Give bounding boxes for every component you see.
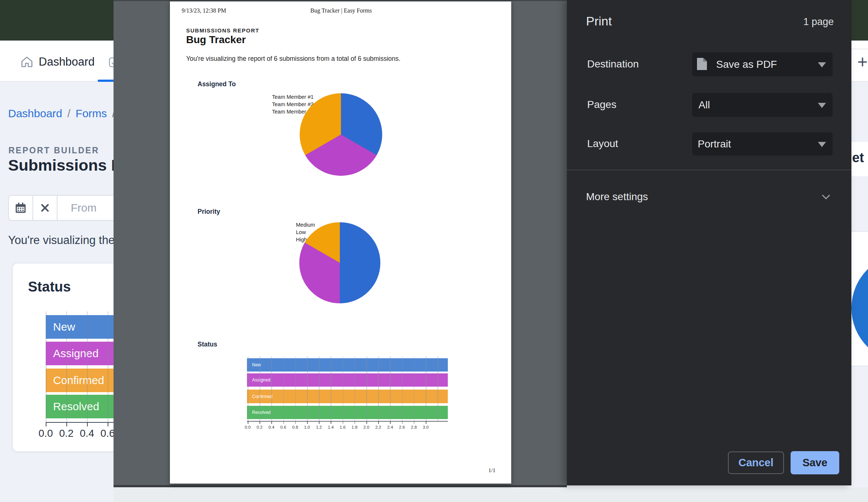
breadcrumb: Dashboard/Forms/ [8,107,120,120]
layout-label: Layout [587,138,618,150]
report-builder-eyebrow: REPORT BUILDER [8,146,99,156]
calendar-icon [14,202,27,214]
layout-value: Portrait [698,138,731,150]
chevron-down-icon [818,103,826,108]
add-tab-button[interactable]: + [857,52,868,72]
bar-confirmed: Confirmed [247,390,448,403]
pages-value: All [698,99,710,111]
print-dialog: Print 1 page Destination Save as PDF Pag… [567,0,851,485]
more-settings-toggle[interactable]: More settings [567,183,851,212]
bar-resolved: Resolved [247,406,448,419]
page-count-badge: 1 page [803,16,834,28]
layout-select[interactable]: Portrait [692,132,833,156]
print-preview-page: 9/13/23, 12:38 PM Bug Tracker | Easy For… [170,1,511,484]
pie-chart-assigned-to [300,93,382,176]
destination-label: Destination [587,58,639,70]
report-description: You're visualizing the report of 6 submi… [186,55,400,63]
legend-item: Team Member #1 [264,94,314,100]
window-bottom-strip [114,487,868,502]
tab-dashboard-label: Dashboard [39,55,95,69]
clipped-button-fragment[interactable]: et [851,142,868,176]
breadcrumb-separator: / [67,107,70,119]
status-x-axis [247,421,448,422]
home-icon [20,55,34,69]
print-dialog-title: Print [586,14,612,28]
pdf-file-icon [697,58,707,70]
bar-assigned: Assigned [247,373,448,387]
chevron-down-icon [818,142,826,147]
legend-item: Medium [288,222,315,228]
legend-item: High [288,236,307,243]
section-title-assigned-to: Assigned To [198,80,236,88]
report-eyebrow: SUBMISSIONS REPORT [186,27,259,34]
print-footer-page-number: 1/1 [488,467,495,474]
destination-select[interactable]: Save as PDF [692,52,833,76]
legend-swatch-orange [288,237,294,242]
pages-label: Pages [587,99,616,111]
legend-item: Team Member #2 [264,101,314,107]
clipped-chart-card [851,231,868,366]
cancel-button[interactable]: Cancel [728,452,784,474]
dialog-divider [567,170,851,170]
bar-new: New [247,358,448,372]
report-title: Bug Tracker [186,34,246,46]
breadcrumb-forms[interactable]: Forms [76,107,107,119]
destination-value: Save as PDF [716,59,777,70]
visualizing-summary: You're visualizing the re [8,234,128,247]
pages-select[interactable]: All [692,93,833,117]
print-header-title: Bug Tracker | Easy Forms [310,7,372,14]
more-settings-label: More settings [586,191,648,203]
legend-swatch-orange [264,109,270,114]
close-icon [40,203,50,213]
legend-swatch-magenta [288,229,294,235]
status-bar-chart: New Assigned Confirmed Resolved 0.00.20.… [247,355,448,443]
calendar-button[interactable] [8,195,32,221]
print-header-datetime: 9/13/23, 12:38 PM [182,7,226,14]
nav-divider [851,49,868,49]
clipped-button-text: et [852,150,864,165]
clear-date-button[interactable] [32,195,57,221]
section-title-status: Status [198,341,217,348]
legend-item: Low [288,229,306,235]
section-title-priority: Priority [198,208,220,216]
legend-swatch-magenta [264,101,270,107]
clipped-pie-chart [851,254,868,363]
screen: Dashboard + Dashboard/Forms/ REPORT BUIL… [0,0,868,502]
legend-swatch-blue [264,94,270,100]
legend-swatch-blue [288,222,294,227]
chevron-down-icon [818,62,826,67]
tab-dashboard[interactable]: Dashboard [20,55,95,69]
save-button[interactable]: Save [791,451,839,474]
breadcrumb-dashboard[interactable]: Dashboard [8,107,62,119]
pie-chart-priority [299,222,380,303]
chevron-down-icon [820,193,832,201]
